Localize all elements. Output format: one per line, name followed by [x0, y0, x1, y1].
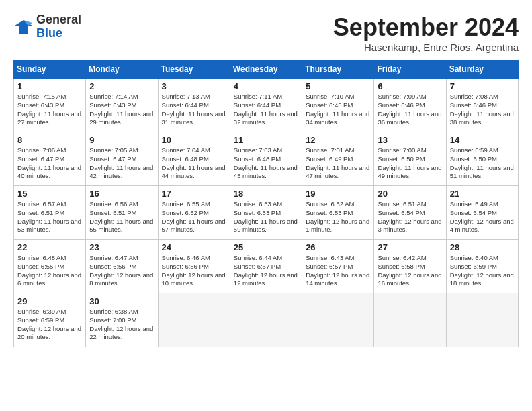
logo-blue: Blue	[36, 26, 62, 40]
calendar-cell	[374, 293, 446, 347]
cell-info: Sunrise: 7:01 AM Sunset: 6:49 PM Dayligh…	[306, 146, 370, 181]
day-number: 18	[234, 189, 298, 199]
day-number: 22	[17, 242, 82, 253]
week-row-0: 1Sunrise: 7:15 AM Sunset: 6:43 PM Daylig…	[14, 79, 519, 132]
cell-info: Sunrise: 6:56 AM Sunset: 6:51 PM Dayligh…	[89, 200, 154, 234]
month-title: September 2024	[333, 13, 519, 42]
col-header-sunday: Sunday	[14, 60, 86, 79]
day-number: 14	[450, 135, 515, 145]
cell-info: Sunrise: 7:14 AM Sunset: 6:43 PM Dayligh…	[89, 93, 154, 127]
calendar-cell: 13Sunrise: 7:00 AM Sunset: 6:50 PM Dayli…	[374, 132, 446, 186]
week-row-4: 29Sunrise: 6:39 AM Sunset: 6:59 PM Dayli…	[14, 293, 519, 347]
cell-info: Sunrise: 6:59 AM Sunset: 6:50 PM Dayligh…	[450, 146, 515, 181]
cell-info: Sunrise: 6:42 AM Sunset: 6:58 PM Dayligh…	[378, 254, 442, 288]
calendar-cell: 11Sunrise: 7:03 AM Sunset: 6:48 PM Dayli…	[230, 132, 302, 186]
calendar-cell: 8Sunrise: 7:06 AM Sunset: 6:47 PM Daylig…	[14, 132, 86, 186]
day-number: 1	[17, 81, 82, 91]
day-number: 30	[89, 296, 154, 306]
cell-info: Sunrise: 7:05 AM Sunset: 6:47 PM Dayligh…	[89, 146, 154, 181]
calendar-cell: 26Sunrise: 6:43 AM Sunset: 6:57 PM Dayli…	[302, 240, 374, 293]
cell-info: Sunrise: 7:09 AM Sunset: 6:46 PM Dayligh…	[378, 93, 442, 127]
day-number: 8	[17, 135, 82, 145]
day-number: 24	[162, 242, 226, 253]
week-row-2: 15Sunrise: 6:57 AM Sunset: 6:51 PM Dayli…	[14, 186, 519, 240]
day-number: 27	[378, 242, 442, 253]
calendar-cell: 27Sunrise: 6:42 AM Sunset: 6:58 PM Dayli…	[374, 240, 446, 293]
col-header-tuesday: Tuesday	[158, 60, 230, 79]
calendar-cell: 22Sunrise: 6:48 AM Sunset: 6:55 PM Dayli…	[14, 240, 86, 293]
cell-info: Sunrise: 7:08 AM Sunset: 6:46 PM Dayligh…	[450, 93, 515, 127]
cell-info: Sunrise: 6:43 AM Sunset: 6:57 PM Dayligh…	[306, 254, 370, 288]
cell-info: Sunrise: 6:46 AM Sunset: 6:56 PM Dayligh…	[162, 254, 226, 288]
cell-info: Sunrise: 7:13 AM Sunset: 6:44 PM Dayligh…	[162, 93, 226, 127]
calendar-cell: 23Sunrise: 6:47 AM Sunset: 6:56 PM Dayli…	[86, 240, 158, 293]
day-number: 10	[162, 135, 226, 145]
calendar-cell: 10Sunrise: 7:04 AM Sunset: 6:48 PM Dayli…	[158, 132, 230, 186]
calendar-table: SundayMondayTuesdayWednesdayThursdayFrid…	[13, 60, 519, 347]
calendar-cell: 1Sunrise: 7:15 AM Sunset: 6:43 PM Daylig…	[14, 79, 86, 132]
day-number: 12	[306, 135, 370, 145]
day-number: 11	[234, 135, 298, 145]
cell-info: Sunrise: 7:00 AM Sunset: 6:50 PM Dayligh…	[378, 146, 442, 181]
day-number: 7	[450, 81, 515, 91]
calendar-cell: 12Sunrise: 7:01 AM Sunset: 6:49 PM Dayli…	[302, 132, 374, 186]
calendar-cell	[446, 293, 518, 347]
calendar-cell: 6Sunrise: 7:09 AM Sunset: 6:46 PM Daylig…	[374, 79, 446, 132]
cell-info: Sunrise: 6:38 AM Sunset: 7:00 PM Dayligh…	[89, 308, 154, 342]
cell-info: Sunrise: 6:52 AM Sunset: 6:53 PM Dayligh…	[306, 200, 370, 234]
day-number: 19	[306, 189, 370, 199]
week-row-3: 22Sunrise: 6:48 AM Sunset: 6:55 PM Dayli…	[14, 240, 519, 293]
cell-info: Sunrise: 6:53 AM Sunset: 6:53 PM Dayligh…	[234, 200, 298, 234]
day-number: 25	[234, 242, 298, 253]
cell-info: Sunrise: 6:55 AM Sunset: 6:52 PM Dayligh…	[162, 200, 226, 234]
cell-info: Sunrise: 6:57 AM Sunset: 6:51 PM Dayligh…	[17, 200, 82, 234]
day-number: 13	[378, 135, 442, 145]
col-header-wednesday: Wednesday	[230, 60, 302, 79]
cell-info: Sunrise: 6:49 AM Sunset: 6:54 PM Dayligh…	[450, 200, 515, 234]
week-row-1: 8Sunrise: 7:06 AM Sunset: 6:47 PM Daylig…	[14, 132, 519, 186]
day-number: 6	[378, 81, 442, 91]
day-number: 15	[17, 189, 82, 199]
calendar-cell: 24Sunrise: 6:46 AM Sunset: 6:56 PM Dayli…	[158, 240, 230, 293]
calendar-cell: 25Sunrise: 6:44 AM Sunset: 6:57 PM Dayli…	[230, 240, 302, 293]
calendar-cell: 17Sunrise: 6:55 AM Sunset: 6:52 PM Dayli…	[158, 186, 230, 240]
col-header-thursday: Thursday	[302, 60, 374, 79]
cell-info: Sunrise: 6:47 AM Sunset: 6:56 PM Dayligh…	[89, 254, 154, 288]
day-number: 2	[89, 81, 154, 91]
day-number: 20	[378, 189, 442, 199]
calendar-cell: 19Sunrise: 6:52 AM Sunset: 6:53 PM Dayli…	[302, 186, 374, 240]
day-number: 28	[450, 242, 515, 253]
day-number: 17	[162, 189, 226, 199]
cell-info: Sunrise: 7:03 AM Sunset: 6:48 PM Dayligh…	[234, 146, 298, 181]
calendar-cell: 4Sunrise: 7:11 AM Sunset: 6:44 PM Daylig…	[230, 79, 302, 132]
calendar-cell: 14Sunrise: 6:59 AM Sunset: 6:50 PM Dayli…	[446, 132, 518, 186]
location: Hasenkamp, Entre Rios, Argentina	[333, 42, 519, 53]
day-number: 3	[162, 81, 226, 91]
cell-info: Sunrise: 6:44 AM Sunset: 6:57 PM Dayligh…	[234, 254, 298, 288]
calendar-cell: 2Sunrise: 7:14 AM Sunset: 6:43 PM Daylig…	[86, 79, 158, 132]
day-number: 4	[234, 81, 298, 91]
logo-general: General	[36, 13, 81, 26]
calendar-cell: 7Sunrise: 7:08 AM Sunset: 6:46 PM Daylig…	[446, 79, 518, 132]
logo-icon	[13, 19, 34, 35]
day-number: 21	[450, 189, 515, 199]
cell-info: Sunrise: 7:04 AM Sunset: 6:48 PM Dayligh…	[162, 146, 226, 181]
cell-info: Sunrise: 6:40 AM Sunset: 6:59 PM Dayligh…	[450, 254, 515, 288]
calendar-cell	[230, 293, 302, 347]
calendar-cell: 5Sunrise: 7:10 AM Sunset: 6:45 PM Daylig…	[302, 79, 374, 132]
calendar-cell: 21Sunrise: 6:49 AM Sunset: 6:54 PM Dayli…	[446, 186, 518, 240]
cell-info: Sunrise: 7:10 AM Sunset: 6:45 PM Dayligh…	[306, 93, 370, 127]
cell-info: Sunrise: 6:48 AM Sunset: 6:55 PM Dayligh…	[17, 254, 82, 288]
header-row: SundayMondayTuesdayWednesdayThursdayFrid…	[14, 60, 519, 79]
col-header-friday: Friday	[374, 60, 446, 79]
logo-text: General Blue	[36, 13, 81, 40]
calendar-cell: 16Sunrise: 6:56 AM Sunset: 6:51 PM Dayli…	[86, 186, 158, 240]
day-number: 23	[89, 242, 154, 253]
calendar-cell: 3Sunrise: 7:13 AM Sunset: 6:44 PM Daylig…	[158, 79, 230, 132]
day-number: 29	[17, 296, 82, 306]
calendar-cell: 30Sunrise: 6:38 AM Sunset: 7:00 PM Dayli…	[86, 293, 158, 347]
calendar-cell	[302, 293, 374, 347]
col-header-saturday: Saturday	[446, 60, 518, 79]
title-block: September 2024 Hasenkamp, Entre Rios, Ar…	[333, 13, 519, 53]
day-number: 9	[89, 135, 154, 145]
